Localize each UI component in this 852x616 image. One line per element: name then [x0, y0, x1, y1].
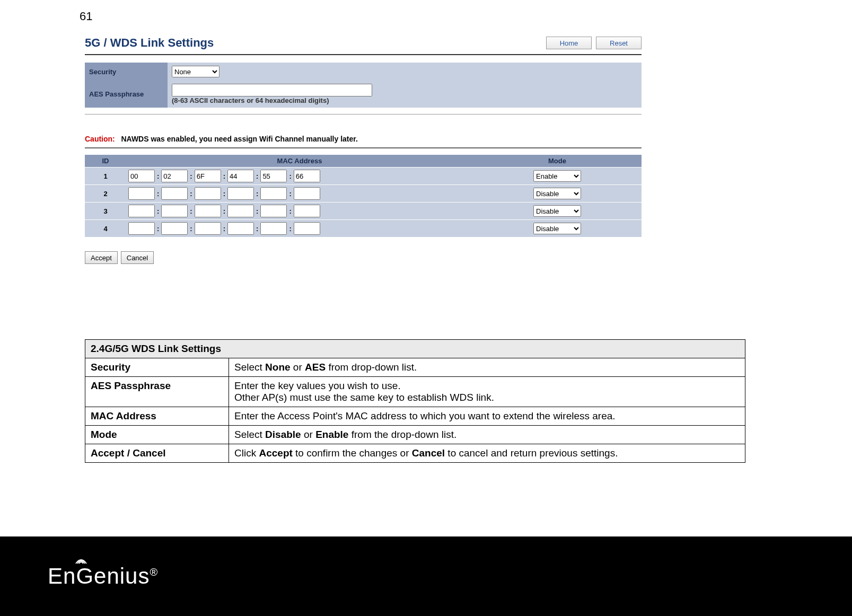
- mac-octet-input[interactable]: [260, 187, 287, 200]
- table-row: 4:::::Disable: [85, 220, 642, 237]
- colon-separator: :: [256, 225, 258, 233]
- mac-octet-input[interactable]: [195, 187, 221, 200]
- table-row: 2:::::Disable: [85, 185, 642, 203]
- colon-separator: :: [190, 172, 192, 180]
- help-row-desc: Enter the Access Point's MAC address to …: [229, 407, 745, 426]
- divider: [85, 114, 642, 115]
- colon-separator: :: [157, 172, 159, 180]
- col-id: ID: [85, 155, 126, 168]
- help-row: Accept / CancelClick Accept to confirm t…: [85, 444, 745, 463]
- help-row-label: Accept / Cancel: [85, 444, 229, 463]
- mac-octet-input[interactable]: [128, 205, 155, 217]
- col-mode: Mode: [473, 155, 642, 168]
- mac-octet-input[interactable]: [260, 222, 287, 235]
- router-header: 5G / WDS Link Settings Home Reset: [85, 32, 642, 55]
- caution-text: NAWDS was enabled, you need assign Wifi …: [121, 135, 357, 143]
- help-row-label: AES Passphrase: [85, 377, 229, 407]
- action-row: Accept Cancel: [85, 251, 642, 264]
- page-footer: EnGenius®: [0, 536, 852, 616]
- colon-separator: :: [256, 172, 258, 180]
- colon-separator: :: [223, 190, 225, 198]
- colon-separator: :: [157, 207, 159, 215]
- security-select[interactable]: None: [172, 66, 219, 77]
- security-value-cell: None: [168, 63, 642, 81]
- help-row-label: MAC Address: [85, 407, 229, 426]
- aes-passphrase-input[interactable]: [172, 84, 372, 96]
- colon-separator: :: [190, 225, 192, 233]
- mode-select[interactable]: Disable: [533, 205, 581, 217]
- row-id: 3: [85, 203, 126, 220]
- colon-separator: :: [190, 207, 192, 215]
- row-id: 1: [85, 168, 126, 185]
- accept-button[interactable]: Accept: [85, 251, 118, 264]
- mac-cell: :::::: [126, 220, 473, 237]
- page-title: 5G / WDS Link Settings: [85, 36, 214, 50]
- brand-logo: EnGenius®: [48, 564, 158, 589]
- help-row-desc: Click Accept to confirm the changes or C…: [229, 444, 745, 463]
- aes-hint: (8-63 ASCII characters or 64 hexadecimal…: [172, 96, 329, 104]
- mac-octet-input[interactable]: [294, 187, 320, 200]
- cancel-button[interactable]: Cancel: [121, 251, 154, 264]
- mac-address-table: ID MAC Address Mode 1:::::Enable2:::::Di…: [85, 155, 642, 237]
- mode-select[interactable]: Disable: [533, 188, 581, 199]
- mac-octet-input[interactable]: [161, 170, 188, 182]
- aes-value-cell: (8-63 ASCII characters or 64 hexadecimal…: [168, 81, 642, 108]
- mode-cell: Disable: [473, 220, 642, 237]
- mac-octet-input[interactable]: [161, 222, 188, 235]
- help-row: AES PassphraseEnter the key values you w…: [85, 377, 745, 407]
- help-reference-table: 2.4G/5G WDS Link Settings SecuritySelect…: [85, 339, 745, 463]
- row-id: 2: [85, 185, 126, 203]
- header-buttons: Home Reset: [546, 37, 642, 49]
- help-row: SecuritySelect None or AES from drop-dow…: [85, 358, 745, 377]
- colon-separator: :: [190, 190, 192, 198]
- mode-select[interactable]: Disable: [533, 223, 581, 234]
- colon-separator: :: [223, 225, 225, 233]
- mac-octet-input[interactable]: [161, 205, 188, 217]
- mac-octet-input[interactable]: [227, 187, 254, 200]
- caution-label: Caution:: [85, 135, 115, 143]
- mode-cell: Disable: [473, 203, 642, 220]
- row-id: 4: [85, 220, 126, 237]
- help-row-desc: Enter the key values you wish to use.Oth…: [229, 377, 745, 407]
- colon-separator: :: [223, 207, 225, 215]
- mac-octet-input[interactable]: [294, 205, 320, 217]
- help-row-label: Security: [85, 358, 229, 377]
- router-ui-panel: 5G / WDS Link Settings Home Reset Securi…: [85, 32, 642, 264]
- mac-octet-input[interactable]: [195, 205, 221, 217]
- mac-octet-input[interactable]: [227, 205, 254, 217]
- mac-octet-input[interactable]: [294, 170, 320, 182]
- caution-row: Caution: NAWDS was enabled, you need ass…: [85, 130, 642, 148]
- mac-octet-input[interactable]: [294, 222, 320, 235]
- colon-separator: :: [289, 225, 291, 233]
- mac-octet-input[interactable]: [195, 170, 221, 182]
- reset-button[interactable]: Reset: [596, 37, 642, 49]
- mac-octet-input[interactable]: [227, 170, 254, 182]
- mac-octet-input[interactable]: [128, 222, 155, 235]
- col-mac: MAC Address: [126, 155, 473, 168]
- mode-select[interactable]: Enable: [533, 170, 581, 182]
- colon-separator: :: [289, 207, 291, 215]
- security-form: Security None AES Passphrase (8-63 ASCII…: [85, 63, 642, 108]
- help-row: ModeSelect Disable or Enable from the dr…: [85, 426, 745, 444]
- table-row: 1:::::Enable: [85, 168, 642, 185]
- table-row: 3:::::Disable: [85, 203, 642, 220]
- colon-separator: :: [289, 172, 291, 180]
- mac-octet-input[interactable]: [195, 222, 221, 235]
- mode-cell: Disable: [473, 185, 642, 203]
- page-number: 61: [80, 10, 92, 23]
- colon-separator: :: [157, 190, 159, 198]
- mac-octet-input[interactable]: [128, 170, 155, 182]
- colon-separator: :: [157, 225, 159, 233]
- mac-cell: :::::: [126, 168, 473, 185]
- colon-separator: :: [256, 207, 258, 215]
- mode-cell: Enable: [473, 168, 642, 185]
- mac-octet-input[interactable]: [128, 187, 155, 200]
- mac-octet-input[interactable]: [161, 187, 188, 200]
- mac-octet-input[interactable]: [260, 205, 287, 217]
- help-row-desc: Select None or AES from drop-down list.: [229, 358, 745, 377]
- mac-octet-input[interactable]: [260, 170, 287, 182]
- help-row-desc: Select Disable or Enable from the drop-d…: [229, 426, 745, 444]
- mac-cell: :::::: [126, 203, 473, 220]
- mac-octet-input[interactable]: [227, 222, 254, 235]
- home-button[interactable]: Home: [546, 37, 592, 49]
